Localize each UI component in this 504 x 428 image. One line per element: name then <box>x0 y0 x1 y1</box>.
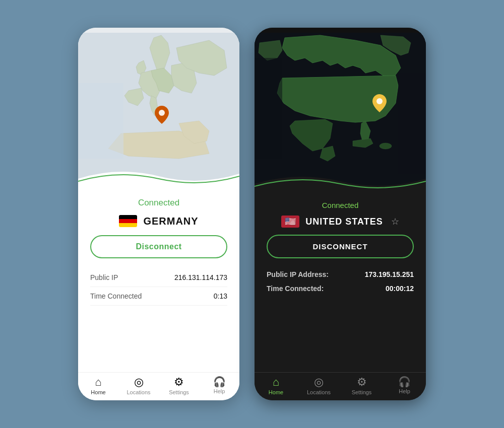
info-area-light: Connected GERMANY Disconnect Public IP 2… <box>78 189 239 372</box>
nav-locations-dark[interactable]: ◎ Locations <box>297 377 340 395</box>
svg-rect-1 <box>78 83 123 159</box>
status-light: Connected <box>138 198 179 208</box>
settings-icon-light: ⚙ <box>174 377 184 388</box>
light-app: Connected GERMANY Disconnect Public IP 2… <box>78 28 239 400</box>
svg-point-2 <box>159 110 165 116</box>
nav-locations-label-dark: Locations <box>307 389 331 395</box>
time-label-light: Time Connected <box>90 292 142 300</box>
help-icon-dark: 🎧 <box>398 377 411 387</box>
public-ip-row-light: Public IP 216.131.114.173 <box>90 268 227 287</box>
public-ip-label-dark: Public IP Address: <box>267 270 329 278</box>
public-ip-label-light: Public IP <box>90 273 118 281</box>
nav-home-light[interactable]: ⌂ Home <box>78 377 118 395</box>
time-row-light: Time Connected 0:13 <box>90 287 227 306</box>
us-flag: 🇺🇸 <box>281 216 299 228</box>
nav-help-light[interactable]: 🎧 Help <box>199 377 239 395</box>
svg-point-4 <box>380 143 392 149</box>
status-dark: Connected <box>322 201 359 209</box>
settings-icon-dark: ⚙ <box>357 377 367 388</box>
public-ip-value-light: 216.131.114.173 <box>174 273 227 281</box>
home-icon-dark: ⌂ <box>273 377 279 388</box>
bottom-nav-dark: ⌂ Home ◎ Locations ⚙ Settings 🎧 Help <box>255 372 426 400</box>
nav-locations-light[interactable]: ◎ Locations <box>118 377 159 395</box>
map-area-dark <box>255 28 426 194</box>
nav-settings-label-light: Settings <box>169 389 189 395</box>
help-icon-light: 🎧 <box>213 377 226 387</box>
info-area-dark: Connected 🇺🇸 UNITED STATES ☆ DISCONNECT … <box>255 194 426 372</box>
map-area-light <box>78 28 239 189</box>
nav-help-label-light: Help <box>214 388 225 394</box>
disconnect-button-light[interactable]: Disconnect <box>90 235 227 258</box>
svg-rect-5 <box>255 58 282 159</box>
flag-red <box>119 219 137 223</box>
bottom-nav-light: ⌂ Home ◎ Locations ⚙ Settings 🎧 Help <box>78 372 239 400</box>
time-row-dark: Time Connected: 00:00:12 <box>267 281 414 296</box>
svg-point-7 <box>376 98 383 104</box>
favorite-star-dark[interactable]: ☆ <box>391 216 399 227</box>
home-icon-light: ⌂ <box>95 377 101 388</box>
nav-help-label-dark: Help <box>399 388 410 394</box>
flag-black <box>119 215 137 219</box>
germany-flag <box>119 215 137 227</box>
country-row-light: GERMANY <box>119 215 198 227</box>
time-label-dark: Time Connected: <box>267 284 324 293</box>
flag-gold <box>119 223 137 227</box>
public-ip-row-dark: Public IP Address: 173.195.15.251 <box>267 267 414 281</box>
country-row-dark: 🇺🇸 UNITED STATES ☆ <box>281 216 399 228</box>
country-name-light: GERMANY <box>143 216 198 227</box>
disconnect-button-dark[interactable]: DISCONNECT <box>267 235 414 258</box>
locations-icon-dark: ◎ <box>314 377 324 388</box>
location-pin-light <box>155 106 169 127</box>
dark-app: Connected 🇺🇸 UNITED STATES ☆ DISCONNECT … <box>255 28 426 400</box>
nav-home-dark[interactable]: ⌂ Home <box>255 377 297 395</box>
nav-settings-dark[interactable]: ⚙ Settings <box>340 377 383 395</box>
country-name-dark: UNITED STATES <box>305 217 383 227</box>
nav-home-label-dark: Home <box>269 389 283 395</box>
time-value-light: 0:13 <box>214 292 227 300</box>
location-pin-dark <box>372 94 387 114</box>
nav-home-label-light: Home <box>91 389 105 395</box>
public-ip-value-dark: 173.195.15.251 <box>365 270 414 278</box>
locations-icon-light: ◎ <box>134 377 144 388</box>
nav-settings-light[interactable]: ⚙ Settings <box>159 377 199 395</box>
nav-settings-label-dark: Settings <box>352 389 372 395</box>
nav-help-dark[interactable]: 🎧 Help <box>383 377 426 395</box>
time-value-dark: 00:00:12 <box>386 284 414 293</box>
svg-rect-6 <box>398 73 426 174</box>
nav-locations-label-light: Locations <box>127 389 150 395</box>
